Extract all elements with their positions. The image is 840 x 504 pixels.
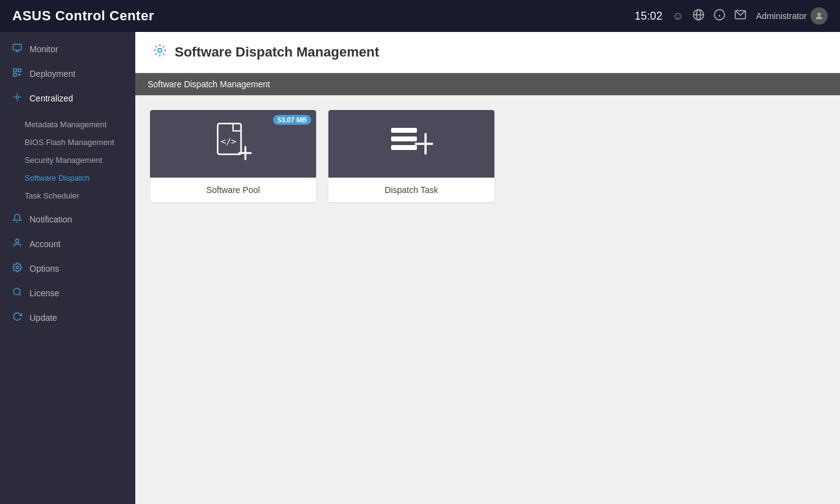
sidebar-label-update: Update <box>30 313 57 323</box>
header-right: 15:02 ☺ Administrator <box>635 7 828 25</box>
user-info[interactable]: Administrator <box>756 7 828 25</box>
header-icons: ☺ <box>672 9 746 24</box>
svg-rect-40 <box>391 145 417 150</box>
sidebar-sub-label-metadata: Metadata Management <box>25 120 107 129</box>
sidebar-sub-label-task-scheduler: Task Scheduler <box>25 191 79 200</box>
software-pool-card-body: 53.07 MB </> <box>150 110 316 178</box>
software-pool-icon: </> <box>215 122 252 165</box>
sidebar-label-license: License <box>30 288 59 298</box>
info-icon[interactable] <box>713 9 726 24</box>
layout: Monitor Deployment Centralized Metadata … <box>0 32 840 504</box>
clock: 15:02 <box>635 10 662 23</box>
svg-line-33 <box>163 46 164 47</box>
svg-rect-38 <box>391 128 417 133</box>
svg-rect-39 <box>391 136 417 141</box>
svg-point-23 <box>14 288 20 295</box>
sidebar-item-notification[interactable]: Notification <box>0 207 135 232</box>
notification-icon <box>11 213 23 226</box>
svg-point-7 <box>817 13 820 16</box>
options-icon <box>11 262 23 275</box>
sidebar-label-notification: Notification <box>30 215 72 224</box>
sidebar-item-software-dispatch[interactable]: Software Dispatch <box>0 169 135 187</box>
section-header: Software Dispatch Management <box>135 73 840 95</box>
sidebar-label-options: Options <box>30 264 59 274</box>
sidebar-item-options[interactable]: Options <box>0 256 135 281</box>
svg-point-22 <box>16 266 18 269</box>
account-icon <box>11 238 23 250</box>
sidebar-label-centralized: Centralized <box>30 93 73 103</box>
sidebar-sub-label-security: Security Management <box>25 156 102 165</box>
dispatch-task-card-body <box>328 110 494 178</box>
dispatch-task-label: Dispatch Task <box>385 185 438 195</box>
svg-point-21 <box>15 239 18 242</box>
software-pool-badge: 53.07 MB <box>273 115 311 125</box>
centralized-submenu: Metadata Management BIOS Flash Managemen… <box>0 111 135 207</box>
sidebar-label-account: Account <box>30 239 61 249</box>
dispatch-task-card[interactable]: Dispatch Task <box>328 110 494 202</box>
svg-text:</>: </> <box>221 136 236 146</box>
page-title: Software Dispatch Management <box>175 44 379 60</box>
svg-line-24 <box>19 294 21 296</box>
page-header: Software Dispatch Management <box>135 32 840 73</box>
dispatch-task-card-footer: Dispatch Task <box>328 178 494 202</box>
sidebar-item-account[interactable]: Account <box>0 232 135 256</box>
sidebar-label-deployment: Deployment <box>30 69 76 79</box>
svg-point-25 <box>158 49 162 52</box>
app-logo: ASUS Control Center <box>12 8 154 24</box>
section-header-text: Software Dispatch Management <box>148 79 270 89</box>
sidebar-sub-label-software-dispatch: Software Dispatch <box>25 173 90 183</box>
smiley-icon[interactable]: ☺ <box>672 10 683 23</box>
sidebar-item-deployment[interactable]: Deployment <box>0 61 135 86</box>
dispatch-task-icon-wrap <box>390 125 433 162</box>
sidebar-item-update[interactable]: Update <box>0 305 135 330</box>
main-content: Software Dispatch Management Software Di… <box>135 32 840 504</box>
svg-rect-8 <box>13 44 21 50</box>
svg-point-16 <box>16 96 18 98</box>
sidebar-item-license[interactable]: License <box>0 281 135 305</box>
software-pool-card-footer: Software Pool <box>150 178 316 202</box>
avatar <box>810 7 828 25</box>
deployment-icon <box>11 68 23 80</box>
sidebar-item-monitor[interactable]: Monitor <box>0 37 135 61</box>
sidebar-sub-label-bios: BIOS Flash Management <box>25 138 114 147</box>
mail-icon[interactable] <box>734 9 747 24</box>
svg-line-31 <box>163 53 164 55</box>
svg-line-30 <box>156 46 157 47</box>
update-icon <box>11 312 23 324</box>
sidebar-item-security-management[interactable]: Security Management <box>0 151 135 169</box>
svg-line-32 <box>156 53 157 55</box>
dispatch-task-icon <box>390 125 433 162</box>
cards-row: 53.07 MB </> <box>150 110 825 202</box>
sidebar-label-monitor: Monitor <box>30 44 58 54</box>
page-header-icon <box>153 43 167 61</box>
centralized-icon <box>11 92 23 104</box>
software-pool-icon-wrap: </> <box>215 122 252 165</box>
sidebar-item-bios-flash-management[interactable]: BIOS Flash Management <box>0 133 135 151</box>
user-name: Administrator <box>756 11 807 21</box>
software-pool-card[interactable]: 53.07 MB </> <box>150 110 316 202</box>
svg-rect-12 <box>18 69 21 72</box>
monitor-icon <box>11 43 23 55</box>
sidebar: Monitor Deployment Centralized Metadata … <box>0 32 135 504</box>
content-area: 53.07 MB </> <box>135 95 840 504</box>
license-icon <box>11 287 23 299</box>
svg-rect-13 <box>14 73 17 76</box>
header: ASUS Control Center 15:02 ☺ Administrato… <box>0 0 840 32</box>
sidebar-item-task-scheduler[interactable]: Task Scheduler <box>0 187 135 205</box>
sidebar-item-centralized[interactable]: Centralized <box>0 86 135 111</box>
software-pool-label: Software Pool <box>206 185 260 195</box>
sidebar-item-metadata-management[interactable]: Metadata Management <box>0 116 135 133</box>
globe-icon[interactable] <box>692 9 705 24</box>
svg-rect-11 <box>14 69 17 72</box>
